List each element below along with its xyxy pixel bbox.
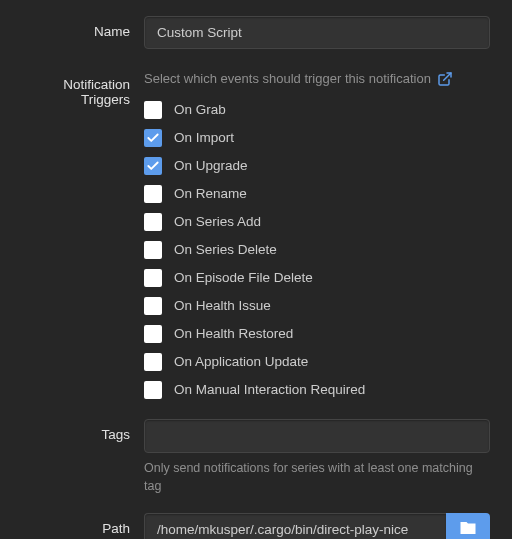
checkbox[interactable] [144, 213, 162, 231]
checkbox[interactable] [144, 185, 162, 203]
browse-folder-button[interactable] [446, 513, 490, 539]
checkbox-label: On Rename [174, 186, 247, 201]
checkbox-label: On Grab [174, 102, 226, 117]
label-path: Path [14, 513, 144, 536]
checkbox-label: On Import [174, 130, 234, 145]
checkbox-label: On Health Restored [174, 326, 293, 341]
checkbox[interactable] [144, 129, 162, 147]
path-input[interactable] [144, 513, 446, 539]
external-link-icon[interactable] [437, 71, 453, 87]
checkbox-label: On Health Issue [174, 298, 271, 313]
trigger-row[interactable]: On Import [144, 129, 490, 147]
folder-icon [459, 519, 477, 539]
trigger-row[interactable]: On Rename [144, 185, 490, 203]
row-notification-triggers: Notification Triggers Select which event… [14, 69, 490, 399]
label-tags: Tags [14, 419, 144, 442]
checkbox[interactable] [144, 297, 162, 315]
trigger-row[interactable]: On Health Issue [144, 297, 490, 315]
trigger-row[interactable]: On Series Delete [144, 241, 490, 259]
tags-hint: Only send notifications for series with … [144, 459, 490, 495]
checkbox-label: On Application Update [174, 354, 308, 369]
trigger-row[interactable]: On Episode File Delete [144, 269, 490, 287]
label-notification-triggers: Notification Triggers [14, 69, 144, 107]
checkbox[interactable] [144, 269, 162, 287]
label-name: Name [14, 16, 144, 39]
checkbox[interactable] [144, 381, 162, 399]
checkbox[interactable] [144, 157, 162, 175]
trigger-row[interactable]: On Health Restored [144, 325, 490, 343]
checkbox-label: On Upgrade [174, 158, 248, 173]
triggers-help-text: Select which events should trigger this … [144, 69, 431, 89]
checkbox[interactable] [144, 101, 162, 119]
checkbox[interactable] [144, 241, 162, 259]
checkbox[interactable] [144, 325, 162, 343]
trigger-row[interactable]: On Upgrade [144, 157, 490, 175]
triggers-checkbox-list: On GrabOn ImportOn UpgradeOn RenameOn Se… [144, 101, 490, 399]
checkbox[interactable] [144, 353, 162, 371]
row-name: Name [14, 16, 490, 49]
svg-line-0 [444, 73, 451, 80]
checkbox-label: On Episode File Delete [174, 270, 313, 285]
name-input[interactable] [144, 16, 490, 49]
tags-input[interactable] [144, 419, 490, 453]
row-tags: Tags Only send notifications for series … [14, 419, 490, 495]
row-path: Path [14, 513, 490, 539]
trigger-row[interactable]: On Grab [144, 101, 490, 119]
checkbox-label: On Series Add [174, 214, 261, 229]
trigger-row[interactable]: On Application Update [144, 353, 490, 371]
checkbox-label: On Manual Interaction Required [174, 382, 365, 397]
trigger-row[interactable]: On Series Add [144, 213, 490, 231]
checkbox-label: On Series Delete [174, 242, 277, 257]
trigger-row[interactable]: On Manual Interaction Required [144, 381, 490, 399]
